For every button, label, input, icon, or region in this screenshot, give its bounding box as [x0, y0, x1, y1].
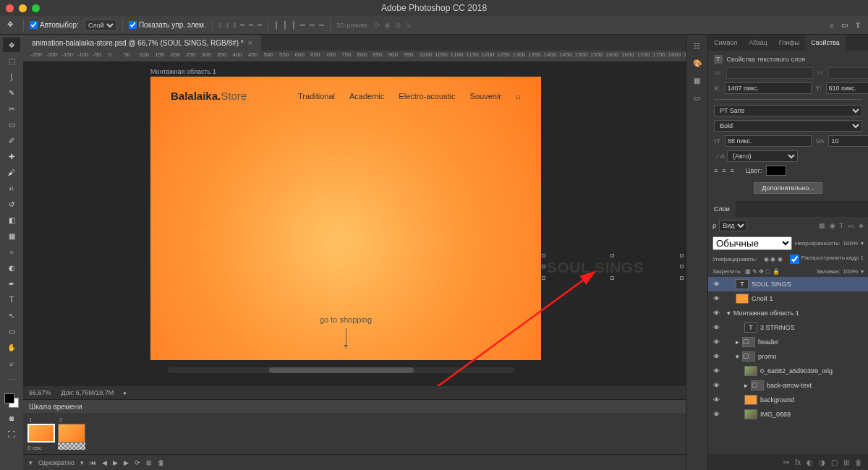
- close-tab-icon[interactable]: ×: [248, 39, 252, 47]
- crop-tool[interactable]: ✂: [3, 101, 20, 116]
- blur-tool[interactable]: ○: [3, 244, 20, 259]
- align-icons[interactable]: ⫴⫴⫴━━━: [218, 21, 262, 30]
- tab-label: animation-balalaika-store.psd @ 66,7% (S…: [32, 39, 244, 47]
- path-select-tool[interactable]: ↖: [3, 308, 20, 322]
- artboard[interactable]: Balalaika.Store Traditional Academic Ele…: [150, 77, 541, 360]
- layer-row[interactable]: 👁background: [708, 393, 868, 407]
- marquee-tool[interactable]: ⬚: [3, 54, 20, 68]
- stamp-tool[interactable]: ⎌: [3, 181, 20, 195]
- tab-properties[interactable]: Свойства: [805, 35, 846, 51]
- timeline-frame[interactable]: 1 0 сек.: [27, 416, 55, 451]
- eraser-tool[interactable]: ◧: [3, 213, 20, 227]
- tracking-input[interactable]: [828, 135, 868, 147]
- timeline-panel: Шкала времени 1 0 сек. 2 ▾ Однократно▾ ⏮…: [23, 399, 686, 470]
- link-layers-icon[interactable]: ⚯: [783, 458, 789, 466]
- autoselect-checkbox[interactable]: Автовыбор:: [30, 21, 79, 29]
- propagate-checkbox[interactable]: [790, 255, 799, 264]
- dodge-tool[interactable]: ◐: [3, 260, 20, 275]
- play-icon[interactable]: ▶: [113, 459, 118, 466]
- tab-layers[interactable]: Слои: [708, 201, 736, 217]
- eyedropper-tool[interactable]: ✐: [3, 133, 20, 148]
- y-input[interactable]: [826, 82, 868, 94]
- zoom-tool[interactable]: ⌕: [3, 356, 20, 370]
- text-color-swatch[interactable]: [766, 166, 786, 176]
- weight-select[interactable]: Bold: [714, 120, 862, 132]
- canvas[interactable]: Монтажная область 1 Balalaika.Store Trad…: [23, 62, 686, 386]
- close-icon[interactable]: [6, 4, 14, 12]
- layer-row[interactable]: 👁0_6a882_a5d90399_orig: [708, 364, 868, 378]
- tween-icon[interactable]: ⟳: [135, 459, 140, 466]
- new-layer-icon[interactable]: ⊞: [843, 458, 849, 466]
- timeline-controls: ▾ Однократно▾ ⏮ ◀ ▶ ▶ ⟳ ⊞ 🗑: [23, 454, 686, 470]
- hand-tool[interactable]: ✋: [3, 340, 20, 354]
- move-tool[interactable]: ✥: [3, 38, 20, 52]
- autoselect-target-select[interactable]: Слой: [85, 20, 116, 31]
- adjustment-layer-icon[interactable]: ◑: [819, 458, 825, 466]
- maximize-icon[interactable]: [32, 4, 40, 12]
- share-icon[interactable]: ⇪: [855, 21, 861, 29]
- search-icon: ⌕: [516, 92, 521, 101]
- layer-row[interactable]: 👁▾Монтажная область 1: [708, 306, 868, 320]
- next-frame-icon[interactable]: ▶: [124, 459, 129, 466]
- loop-mode[interactable]: Однократно: [38, 459, 75, 466]
- window-controls[interactable]: [6, 4, 40, 12]
- layer-row[interactable]: 👁▾▢promo: [708, 349, 868, 364]
- first-frame-icon[interactable]: ⏮: [90, 459, 96, 466]
- healing-tool[interactable]: ✚: [3, 149, 20, 163]
- workspace-icon[interactable]: ▭: [841, 21, 848, 29]
- layer-row[interactable]: 👁▸▢back-arrow-text: [708, 378, 868, 393]
- type-tool[interactable]: T: [3, 292, 20, 307]
- frame-tool[interactable]: ▭: [3, 117, 20, 132]
- delete-layer-icon[interactable]: 🗑: [855, 458, 862, 466]
- distribute-icons[interactable]: ┃┃┃═══: [274, 21, 324, 29]
- libraries-panel-icon[interactable]: ▭: [691, 91, 704, 104]
- more-button[interactable]: Дополнительно...: [754, 182, 822, 194]
- minimize-icon[interactable]: [19, 4, 27, 12]
- gradient-tool[interactable]: ▦: [3, 228, 20, 243]
- align-center-icon[interactable]: ≡: [722, 167, 726, 174]
- swatches-panel-icon[interactable]: ▦: [691, 74, 704, 87]
- quick-select-tool[interactable]: ✎: [3, 85, 20, 100]
- lasso-tool[interactable]: ⟆: [3, 69, 20, 84]
- layer-row[interactable]: 👁T3 STRINGS: [708, 320, 868, 335]
- props-title: Свойства текстового слоя: [727, 56, 806, 63]
- shape-tool[interactable]: ▭: [3, 324, 20, 338]
- layer-row[interactable]: 👁IMG_0669: [708, 407, 868, 422]
- font-select[interactable]: PT Sans: [714, 105, 862, 116]
- show-controls-checkbox[interactable]: Показать упр. элем.: [129, 21, 206, 29]
- color-swatches[interactable]: [3, 392, 20, 409]
- layer-fx-icon[interactable]: fx: [795, 458, 801, 466]
- history-panel-icon[interactable]: ☷: [691, 39, 704, 52]
- new-group-icon[interactable]: ▢: [831, 458, 838, 466]
- delete-frame-icon[interactable]: 🗑: [158, 459, 164, 466]
- document-tab[interactable]: animation-balalaika-store.psd @ 66,7% (S…: [23, 35, 261, 51]
- edit-toolbar[interactable]: ⋯: [3, 372, 20, 386]
- blend-mode-select[interactable]: Обычные: [712, 236, 792, 250]
- history-brush-tool[interactable]: ↺: [3, 197, 20, 211]
- timeline-frame[interactable]: 2: [58, 416, 85, 451]
- search-icon[interactable]: ⌕: [830, 21, 834, 29]
- horizontal-scrollbar[interactable]: [168, 367, 515, 373]
- tab-paragraph[interactable]: Абзац: [743, 35, 773, 51]
- layer-row[interactable]: 👁TSOUL SINGS: [708, 277, 868, 291]
- align-left-icon[interactable]: ≡: [714, 167, 718, 174]
- tab-character[interactable]: Символ: [708, 35, 743, 51]
- brush-tool[interactable]: 🖌: [3, 165, 20, 179]
- zoom-level[interactable]: 66,67%: [29, 389, 51, 396]
- tab-glyphs[interactable]: Глифы: [773, 35, 806, 51]
- leading-select[interactable]: (Авто): [727, 150, 798, 162]
- x-input[interactable]: [725, 82, 812, 94]
- prev-frame-icon[interactable]: ◀: [102, 459, 107, 466]
- layer-mask-icon[interactable]: ◐: [807, 458, 813, 466]
- floating-text-layer[interactable]: SOUL SINGS: [547, 259, 644, 276]
- layer-row[interactable]: 👁Слой 1: [708, 291, 868, 306]
- color-panel-icon[interactable]: 🎨: [691, 56, 704, 69]
- duplicate-frame-icon[interactable]: ⊞: [146, 459, 152, 466]
- screenmode-tool[interactable]: ⛶: [3, 427, 20, 441]
- font-size-input[interactable]: [725, 135, 812, 147]
- pen-tool[interactable]: ✒: [3, 276, 20, 291]
- filter-select[interactable]: Вид: [719, 220, 747, 231]
- align-right-icon[interactable]: ≡: [731, 167, 734, 174]
- layer-row[interactable]: 👁▸▢header: [708, 335, 868, 349]
- quickmask-tool[interactable]: ◙: [3, 411, 20, 425]
